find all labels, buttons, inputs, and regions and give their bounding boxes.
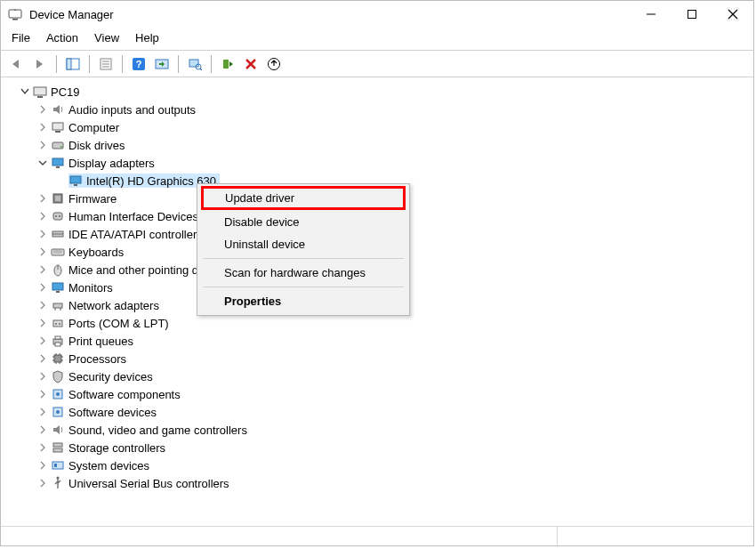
svg-rect-24 [52, 123, 63, 130]
chevron-right-icon[interactable] [36, 228, 49, 240]
chevron-right-icon[interactable] [36, 263, 49, 276]
action-button[interactable] [151, 54, 173, 74]
toolbar-separator [56, 55, 57, 73]
chevron-right-icon[interactable] [36, 192, 49, 205]
tree-category[interactable]: System devices [8, 456, 753, 474]
ctx-properties[interactable]: Properties [199, 290, 407, 312]
category-icon [51, 387, 65, 401]
ctx-separator [203, 258, 404, 259]
svg-rect-70 [52, 462, 63, 469]
chevron-right-icon[interactable] [36, 139, 49, 151]
svg-point-50 [55, 323, 57, 325]
forward-button[interactable] [29, 54, 51, 74]
tree-category[interactable]: Sound, video and game controllers [8, 421, 753, 439]
tree-category[interactable]: Print queues [8, 332, 753, 350]
chevron-right-icon[interactable] [36, 281, 49, 294]
chevron-right-icon[interactable] [36, 406, 49, 418]
chevron-right-icon[interactable] [36, 103, 49, 116]
category-icon [51, 227, 65, 241]
uninstall-device-button[interactable] [240, 54, 261, 74]
chevron-right-icon[interactable] [36, 210, 49, 222]
status-bar [1, 526, 753, 545]
category-icon [51, 245, 65, 259]
svg-rect-23 [37, 96, 43, 98]
title-bar: Device Manager [1, 1, 753, 28]
category-icon [51, 191, 65, 206]
ctx-scan-hardware[interactable]: Scan for hardware changes [199, 262, 407, 284]
chevron-right-icon[interactable] [36, 317, 49, 329]
chevron-right-icon[interactable] [36, 370, 49, 383]
menu-bar: File Action View Help [1, 28, 753, 51]
svg-rect-28 [52, 158, 63, 165]
tree-category[interactable]: Disk drives [8, 136, 753, 154]
svg-rect-3 [688, 11, 696, 19]
chevron-right-icon[interactable] [36, 121, 49, 133]
update-driver-button[interactable] [263, 54, 285, 74]
category-icon [51, 440, 65, 455]
tree-category[interactable]: Software devices [8, 403, 753, 421]
tree-category[interactable]: Security devices [8, 367, 753, 385]
chevron-right-icon[interactable] [36, 388, 49, 400]
ctx-update-driver[interactable]: Update driver [201, 186, 406, 210]
category-icon [51, 138, 65, 152]
scan-hardware-button[interactable] [184, 54, 205, 74]
ctx-uninstall-device[interactable]: Uninstall device [199, 233, 407, 255]
chevron-right-icon[interactable] [36, 424, 49, 436]
ctx-disable-device[interactable]: Disable device [199, 211, 407, 233]
tree-category-label: Disk drives [68, 139, 125, 152]
chevron-right-icon[interactable] [36, 441, 49, 454]
close-button[interactable] [712, 1, 753, 28]
category-icon [51, 351, 65, 366]
tree-category[interactable]: Audio inputs and outputs [8, 101, 753, 118]
svg-rect-30 [70, 176, 81, 183]
properties-button[interactable] [95, 54, 117, 74]
menu-help[interactable]: Help [135, 31, 159, 44]
tree-category[interactable]: Computer [8, 118, 753, 136]
category-icon [51, 102, 65, 117]
svg-rect-49 [53, 320, 62, 327]
chevron-down-icon[interactable] [36, 157, 49, 169]
chevron-down-icon[interactable] [19, 85, 31, 98]
chevron-right-icon[interactable] [36, 352, 49, 365]
tree-category-label: Monitors [68, 281, 113, 295]
show-hide-tree-button[interactable] [62, 54, 84, 74]
tree-category[interactable]: Processors [8, 350, 753, 367]
svg-rect-33 [55, 196, 60, 201]
menu-action[interactable]: Action [46, 31, 78, 44]
menu-view[interactable]: View [94, 31, 119, 44]
category-icon [51, 423, 65, 437]
tree-category-label: System devices [68, 459, 149, 472]
back-button[interactable] [6, 54, 28, 74]
tree-category[interactable]: Storage controllers [8, 439, 753, 456]
tree-category-label: IDE ATA/ATAPI controllers [68, 228, 203, 241]
maximize-button[interactable] [672, 1, 712, 28]
tree-category-label: Audio inputs and outputs [68, 103, 196, 117]
chevron-right-icon[interactable] [36, 299, 49, 311]
tree-category[interactable]: Ports (COM & LPT) [8, 314, 753, 332]
chevron-right-icon[interactable] [36, 335, 49, 347]
svg-point-36 [59, 215, 60, 217]
svg-rect-22 [34, 87, 46, 95]
chevron-right-icon[interactable] [36, 246, 49, 258]
tree-category-label: Print queues [68, 335, 133, 348]
category-icon [51, 458, 65, 472]
category-icon [51, 334, 65, 348]
category-icon [51, 369, 65, 383]
minimize-button[interactable] [631, 1, 672, 28]
svg-rect-34 [53, 213, 62, 220]
enable-device-button[interactable] [217, 54, 238, 74]
category-icon [51, 405, 65, 419]
chevron-right-icon[interactable] [36, 459, 49, 472]
tree-root[interactable]: PC19 [8, 83, 753, 101]
help-button[interactable]: ? [128, 54, 149, 74]
tree-category[interactable]: Display adapters [8, 154, 753, 172]
tree-category[interactable]: Software components [8, 385, 753, 403]
tree-category-label: Software components [68, 388, 181, 401]
chevron-right-icon[interactable] [36, 477, 49, 489]
computer-icon [33, 85, 47, 99]
svg-rect-45 [56, 291, 60, 293]
tree-category[interactable]: Universal Serial Bus controllers [8, 474, 753, 492]
tree-category-label: Software devices [68, 406, 157, 419]
category-icon [51, 120, 65, 134]
menu-file[interactable]: File [12, 31, 30, 44]
